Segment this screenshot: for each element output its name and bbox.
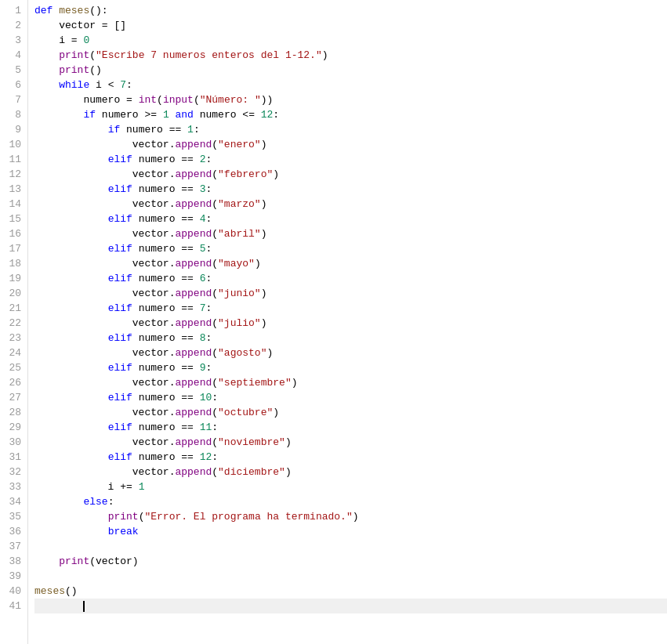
line-number: 36 xyxy=(3,524,21,539)
line-number: 28 xyxy=(3,405,21,420)
code-line: vector.append("agosto") xyxy=(34,346,667,360)
code-line: vector.append("septiembre") xyxy=(34,375,667,390)
line-number: 14 xyxy=(3,197,21,212)
code-line: vector.append("febrero") xyxy=(34,167,667,182)
line-number: 22 xyxy=(3,316,21,331)
code-line: elif numero == 11: xyxy=(34,420,667,435)
code-line: meses() xyxy=(34,584,667,599)
line-number: 40 xyxy=(3,584,21,599)
code-line: def meses(): xyxy=(34,3,667,18)
line-number: 7 xyxy=(3,92,21,107)
code-line: vector.append("julio") xyxy=(34,316,667,331)
line-number: 5 xyxy=(3,63,21,78)
line-numbers: 1 2 3 4 5 6 7 8 9 10 11 12 13 14 15 16 1… xyxy=(0,0,28,644)
line-number: 19 xyxy=(3,271,21,286)
line-number: 6 xyxy=(3,78,21,92)
code-line: elif numero == 9: xyxy=(34,360,667,375)
code-line: numero = int(input("Número: ")) xyxy=(34,92,667,107)
code-line: print("Escribe 7 numeros enteros del 1-1… xyxy=(34,48,667,63)
line-number: 13 xyxy=(3,182,21,197)
line-number: 33 xyxy=(3,479,21,494)
code-line: elif numero == 6: xyxy=(34,271,667,286)
line-number: 16 xyxy=(3,226,21,241)
line-number: 30 xyxy=(3,435,21,450)
code-line: vector.append("marzo") xyxy=(34,197,667,212)
code-line: elif numero == 12: xyxy=(34,450,667,465)
code-line: vector.append("abril") xyxy=(34,226,667,241)
code-line: if numero >= 1 and numero <= 12: xyxy=(34,107,667,122)
line-number: 9 xyxy=(3,122,21,137)
line-number: 11 xyxy=(3,152,21,167)
code-line: print("Error. El programa ha terminado."… xyxy=(34,509,667,524)
line-number: 10 xyxy=(3,137,21,152)
line-number: 18 xyxy=(3,256,21,271)
line-number: 2 xyxy=(3,18,21,33)
code-line: vector = [] xyxy=(34,18,667,33)
code-line: elif numero == 7: xyxy=(34,301,667,316)
code-line xyxy=(34,569,667,584)
code-line-cursor[interactable] xyxy=(34,599,667,613)
code-line: vector.append("mayo") xyxy=(34,256,667,271)
line-number: 32 xyxy=(3,465,21,479)
line-number: 34 xyxy=(3,494,21,509)
line-number: 15 xyxy=(3,212,21,226)
code-line: elif numero == 10: xyxy=(34,390,667,405)
code-line: vector.append("diciembre") xyxy=(34,465,667,479)
code-line: while i < 7: xyxy=(34,78,667,92)
line-number: 29 xyxy=(3,420,21,435)
code-line: i = 0 xyxy=(34,33,667,48)
line-number: 35 xyxy=(3,509,21,524)
code-line: break xyxy=(34,524,667,539)
line-number: 25 xyxy=(3,360,21,375)
code-line: print() xyxy=(34,63,667,78)
code-editor[interactable]: 1 2 3 4 5 6 7 8 9 10 11 12 13 14 15 16 1… xyxy=(0,0,667,644)
code-line: vector.append("noviembre") xyxy=(34,435,667,450)
line-number: 26 xyxy=(3,375,21,390)
line-number: 1 xyxy=(3,3,21,18)
line-number: 38 xyxy=(3,554,21,569)
line-number: 37 xyxy=(3,539,21,554)
line-number: 23 xyxy=(3,331,21,346)
code-line: print(vector) xyxy=(34,554,667,569)
line-number: 4 xyxy=(3,48,21,63)
code-line: elif numero == 2: xyxy=(34,152,667,167)
line-number: 31 xyxy=(3,450,21,465)
code-content[interactable]: def meses(): vector = [] i = 0 print("Es… xyxy=(28,0,667,644)
code-line: elif numero == 4: xyxy=(34,212,667,226)
code-line: if numero == 1: xyxy=(34,122,667,137)
line-number: 27 xyxy=(3,390,21,405)
line-number: 39 xyxy=(3,569,21,584)
code-line: elif numero == 3: xyxy=(34,182,667,197)
code-line: elif numero == 5: xyxy=(34,241,667,256)
line-number: 12 xyxy=(3,167,21,182)
line-number: 20 xyxy=(3,286,21,301)
line-number: 24 xyxy=(3,346,21,360)
code-line xyxy=(34,539,667,554)
code-line: elif numero == 8: xyxy=(34,331,667,346)
line-number: 21 xyxy=(3,301,21,316)
code-line: vector.append("enero") xyxy=(34,137,667,152)
line-number: 17 xyxy=(3,241,21,256)
code-line: vector.append("octubre") xyxy=(34,405,667,420)
line-number: 3 xyxy=(3,33,21,48)
line-number: 8 xyxy=(3,107,21,122)
code-line: else: xyxy=(34,494,667,509)
code-line: i += 1 xyxy=(34,479,667,494)
code-line: vector.append("junio") xyxy=(34,286,667,301)
line-number: 41 xyxy=(3,599,21,613)
